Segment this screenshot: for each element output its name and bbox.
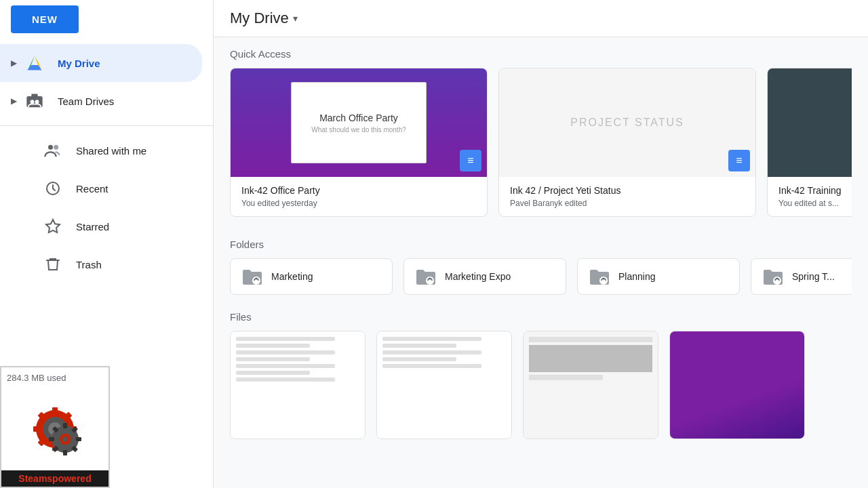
steam-gear-icon <box>28 402 82 463</box>
sidebar-label-shared: Shared with me <box>76 145 146 157</box>
page-title: My Drive ▾ <box>230 9 298 27</box>
svg-point-3 <box>35 100 39 104</box>
svg-rect-27 <box>49 437 54 441</box>
card-meta: Pavel Baranyk edited <box>510 199 745 208</box>
sidebar-item-trash[interactable]: Trash <box>0 245 202 283</box>
shared-icon <box>41 138 65 163</box>
quick-access-grid: March Office Party What should we do thi… <box>230 68 852 217</box>
chevron-icon: ▶ <box>11 58 17 68</box>
folder-name-spring: Spring T... <box>792 271 835 282</box>
sidebar: NEW ▶ My Drive ▶ Team Drives <box>0 0 214 488</box>
card-thumbnail-training <box>768 68 852 177</box>
steam-logo <box>28 402 82 463</box>
file-content-2 <box>377 331 511 439</box>
folder-name-planning: Planning <box>618 271 656 282</box>
svg-rect-16 <box>33 426 40 432</box>
sidebar-label-recent: Recent <box>76 183 108 195</box>
svg-point-4 <box>48 145 53 150</box>
folder-planning[interactable]: Planning <box>577 258 740 295</box>
content-area: Quick Access March Office Party What sho… <box>214 37 868 450</box>
qa-card-project-yeti[interactable]: PROJECT STATUS ≡ Ink 42 / Project Yeti S… <box>498 68 756 217</box>
folders-title: Folders <box>230 239 852 250</box>
svg-rect-1 <box>31 94 37 98</box>
sidebar-item-starred[interactable]: Starred <box>0 207 202 245</box>
card-name: Ink 42 / Project Yeti Status <box>510 185 745 196</box>
folder-icon-planning <box>589 267 610 286</box>
file-content-3 <box>524 331 658 439</box>
sidebar-label-team-drives: Team Drives <box>58 96 114 107</box>
quick-access-title: Quick Access <box>230 48 852 60</box>
folder-name-marketing: Marketing <box>271 271 313 282</box>
thumb-dark-bg <box>768 68 852 177</box>
card-thumbnail-yeti: PROJECT STATUS ≡ <box>499 68 755 177</box>
folder-marketing-expo[interactable]: Marketing Expo <box>403 258 566 295</box>
recent-icon <box>41 176 65 201</box>
svg-point-32 <box>256 278 258 280</box>
card-meta: You edited yesterday <box>241 199 476 208</box>
folder-icon-expo <box>415 267 437 286</box>
folder-spring[interactable]: Spring T... <box>751 258 852 295</box>
team-drives-icon <box>22 89 47 113</box>
sidebar-item-shared[interactable]: Shared with me <box>0 131 202 169</box>
card-meta-training: You edited at s... <box>778 199 852 208</box>
thumb-status-bg: PROJECT STATUS <box>499 68 755 177</box>
drive-icon <box>22 51 47 75</box>
sidebar-label-starred: Starred <box>76 221 109 232</box>
steam-overlay: 284.3 MB used <box>0 366 110 488</box>
files-grid <box>230 331 852 439</box>
sidebar-item-recent[interactable]: Recent <box>0 169 202 207</box>
svg-rect-23 <box>76 437 81 441</box>
thumb-status-text: PROJECT STATUS <box>570 117 684 129</box>
svg-point-36 <box>603 278 605 280</box>
new-button[interactable]: NEW <box>11 5 79 33</box>
card-info-yeti: Ink 42 / Project Yeti Status Pavel Baran… <box>499 177 755 216</box>
folders-grid: Marketing Marketing Expo <box>230 258 852 295</box>
title-dropdown-arrow[interactable]: ▾ <box>293 13 298 24</box>
file-content-1 <box>231 331 365 439</box>
sidebar-label-my-drive: My Drive <box>58 58 100 69</box>
thumb-paper: March Office Party What should we do thi… <box>291 82 427 163</box>
qa-card-office-party[interactable]: March Office Party What should we do thi… <box>230 68 488 217</box>
chevron-icon: ▶ <box>11 96 17 106</box>
file-thumb-2[interactable] <box>376 331 512 439</box>
card-name-training: Ink-42 Training <box>778 185 852 196</box>
svg-rect-21 <box>63 423 67 428</box>
thumb-paper-title: March Office Party <box>319 113 398 123</box>
svg-rect-9 <box>52 407 58 414</box>
files-title: Files <box>230 311 852 323</box>
folder-marketing[interactable]: Marketing <box>230 258 393 295</box>
trash-icon <box>41 252 65 277</box>
card-name: Ink-42 Office Party <box>241 185 476 196</box>
svg-point-34 <box>429 278 431 280</box>
steam-banner: Steamspowered <box>1 470 108 487</box>
svg-point-30 <box>62 436 68 442</box>
file-thumb-3[interactable] <box>523 331 658 439</box>
folder-icon-spring <box>762 267 784 286</box>
file-content-purple <box>670 331 804 439</box>
card-thumbnail-party: March Office Party What should we do thi… <box>231 68 487 177</box>
main-header: My Drive ▾ <box>214 0 868 37</box>
file-thumb-4[interactable] <box>669 331 805 439</box>
main-content: My Drive ▾ Quick Access March Office Par… <box>214 0 868 488</box>
storage-text: 284.3 MB used <box>7 373 66 383</box>
thumb-paper-sub: What should we do this month? <box>311 126 406 134</box>
doc-icon-yeti: ≡ <box>728 150 750 171</box>
card-info-training: Ink-42 Training You edited at s... <box>768 177 852 216</box>
file-thumb-1[interactable] <box>230 331 366 439</box>
nav-divider <box>0 125 213 126</box>
svg-point-2 <box>31 100 35 104</box>
thumb-party-bg: March Office Party What should we do thi… <box>231 68 487 177</box>
sidebar-item-team-drives[interactable]: ▶ Team Drives <box>0 82 202 120</box>
card-info-party: Ink-42 Office Party You edited yesterday <box>231 177 487 216</box>
doc-icon: ≡ <box>460 150 481 171</box>
svg-point-38 <box>776 278 778 280</box>
folder-name-expo: Marketing Expo <box>445 271 511 282</box>
svg-rect-25 <box>63 450 67 455</box>
star-icon <box>41 214 65 239</box>
sidebar-item-my-drive[interactable]: ▶ My Drive <box>0 44 202 82</box>
folder-icon <box>241 267 263 286</box>
svg-point-5 <box>54 145 58 150</box>
qa-card-training[interactable]: Ink-42 Training You edited at s... <box>767 68 852 217</box>
sidebar-label-trash: Trash <box>76 259 102 270</box>
